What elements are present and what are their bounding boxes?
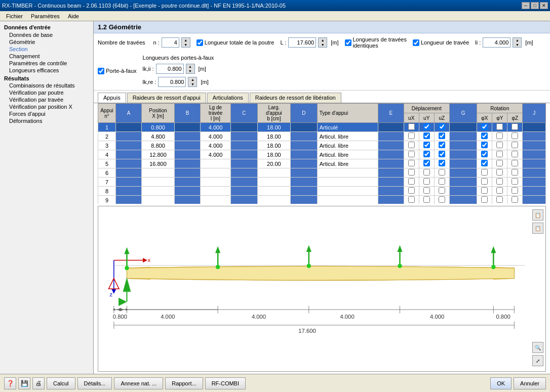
cell-ux[interactable] [404, 132, 419, 141]
lkii-spinner[interactable]: ▲ ▼ [186, 64, 195, 74]
cell-phiz[interactable] [507, 150, 523, 159]
sidebar-item-donnees-base[interactable]: Données de base [0, 31, 93, 38]
sidebar-item-verif-position[interactable]: Vérification par position X [0, 103, 93, 110]
cell-ux[interactable] [404, 150, 419, 159]
sidebar-item-verif-travee[interactable]: Vérification par travée [0, 96, 93, 103]
cell-uz[interactable] [434, 196, 449, 204]
lkre-spin-up[interactable]: ▲ [188, 77, 197, 82]
sidebar-item-chargement[interactable]: Chargement [0, 53, 93, 60]
cell-phiy[interactable] [492, 196, 507, 204]
cell-phiy[interactable] [492, 159, 507, 168]
cell-phiz[interactable] [507, 159, 523, 168]
porte-faux-checkbox-label[interactable]: Porte-à-faux [98, 68, 137, 74]
cell-phix[interactable] [477, 132, 492, 141]
cell-uy[interactable] [419, 187, 434, 196]
lkii-spin-up[interactable]: ▲ [186, 64, 194, 69]
lkii-spin-down[interactable]: ▼ [186, 69, 194, 73]
ok-button[interactable]: OK [490, 377, 512, 389]
longueur-travee-checkbox[interactable] [413, 39, 419, 46]
tab-raideurs-ressort[interactable]: Raideurs de ressort d'appui [127, 93, 206, 103]
table-row[interactable]: 4 12.800 4.000 18.00 Articul. libre [98, 150, 546, 159]
longueur-totale-checkbox[interactable] [197, 39, 203, 46]
menu-fichier[interactable]: Fichier [2, 12, 27, 20]
maximize-button[interactable]: □ [531, 2, 539, 9]
table-row[interactable]: 8 [98, 187, 546, 196]
cell-ux[interactable] [404, 196, 419, 204]
cell-phiz[interactable] [507, 187, 523, 196]
table-row[interactable]: 3 8.800 4.000 18.00 Articul. libre [98, 141, 546, 150]
l-input[interactable] [288, 37, 316, 48]
sidebar-item-combinaisons[interactable]: Combinaisons de résultats [0, 82, 93, 89]
cell-phiy[interactable] [492, 187, 507, 196]
lkre-spin-down[interactable]: ▼ [188, 82, 197, 86]
li-spinner[interactable]: ▲ ▼ [513, 37, 522, 48]
cell-ux[interactable] [404, 141, 419, 150]
cell-phiy[interactable] [492, 132, 507, 141]
porte-faux-checkbox[interactable] [98, 68, 104, 74]
cell-uz[interactable] [434, 159, 449, 168]
cell-uy[interactable] [419, 159, 434, 168]
li-spin-up[interactable]: ▲ [513, 38, 521, 42]
cell-uz[interactable] [434, 178, 449, 187]
cell-ux[interactable] [404, 123, 419, 132]
annuler-button[interactable]: Annuler [514, 377, 546, 389]
cell-uz[interactable] [434, 123, 449, 132]
close-button[interactable]: ✕ [540, 2, 548, 9]
l-spin-up[interactable]: ▲ [319, 38, 327, 42]
calcul-button[interactable]: Calcul [47, 377, 75, 389]
table-row[interactable]: 2 4.800 4.000 18.00 Articul. libre [98, 132, 546, 141]
cell-uz[interactable] [434, 187, 449, 196]
diagram-icon-btn-1[interactable]: 📋 [532, 209, 543, 221]
table-row[interactable]: 1 0.800 4.000 18.00 Articulé [98, 123, 546, 132]
cell-phix[interactable] [477, 196, 492, 204]
cell-ux[interactable] [404, 178, 419, 187]
cell-phiy[interactable] [492, 178, 507, 187]
menu-aide[interactable]: Aide [64, 12, 83, 20]
toolbar-icon-3[interactable]: 🖨 [32, 377, 45, 389]
cell-phix[interactable] [477, 178, 492, 187]
cell-uy[interactable] [419, 196, 434, 204]
lkii-input[interactable] [156, 64, 184, 74]
cell-phiz[interactable] [507, 141, 523, 150]
l-spinner[interactable]: ▲ ▼ [318, 37, 327, 48]
sidebar-item-longueurs-efficaces[interactable]: Longueurs efficaces [0, 67, 93, 74]
n-spin-down[interactable]: ▼ [182, 42, 190, 47]
longueurs-travees-checkbox-label[interactable]: Longueurs de travéesidentiques [345, 36, 407, 49]
cell-uy[interactable] [419, 168, 434, 178]
cell-uy[interactable] [419, 132, 434, 141]
cell-phiz[interactable] [507, 196, 523, 204]
li-input[interactable] [483, 37, 510, 48]
cell-phiy[interactable] [492, 123, 507, 132]
cell-ux[interactable] [404, 168, 419, 178]
cell-uy[interactable] [419, 123, 434, 132]
l-spin-down[interactable]: ▼ [319, 42, 327, 47]
cell-phix[interactable] [477, 141, 492, 150]
cell-uz[interactable] [434, 141, 449, 150]
lkre-input[interactable] [158, 77, 186, 87]
cell-phiz[interactable] [507, 178, 523, 187]
longueurs-travees-checkbox[interactable] [345, 39, 351, 46]
diagram-zoom-btn[interactable]: 🔍 [532, 342, 543, 353]
cell-phiz[interactable] [507, 123, 523, 132]
longueur-totale-checkbox-label[interactable]: Longueur totale de la poutre [197, 39, 274, 46]
cell-phiz[interactable] [507, 132, 523, 141]
details-button[interactable]: Détails... [77, 377, 112, 389]
menu-parametres[interactable]: Paramètres [27, 12, 64, 20]
cell-ux[interactable] [404, 187, 419, 196]
rf-combi-button[interactable]: RF-COMBI [205, 377, 246, 389]
cell-phix[interactable] [477, 168, 492, 178]
tab-appuis[interactable]: Appuis [98, 93, 126, 103]
cell-phiy[interactable] [492, 150, 507, 159]
cell-phix[interactable] [477, 159, 492, 168]
cell-phiy[interactable] [492, 141, 507, 150]
sidebar-item-geometrie[interactable]: Géométrie [0, 38, 93, 46]
cell-phix[interactable] [477, 123, 492, 132]
toolbar-icon-1[interactable]: ❓ [4, 377, 16, 389]
longueur-travee-checkbox-label[interactable]: Longueur de travée [413, 39, 469, 46]
cell-uy[interactable] [419, 178, 434, 187]
cell-phiy[interactable] [492, 168, 507, 178]
cell-uz[interactable] [434, 150, 449, 159]
n-spinner[interactable]: ▲ ▼ [181, 37, 190, 48]
cell-ux[interactable] [404, 159, 419, 168]
sidebar-item-forces-appui[interactable]: Forces d'appui [0, 110, 93, 117]
